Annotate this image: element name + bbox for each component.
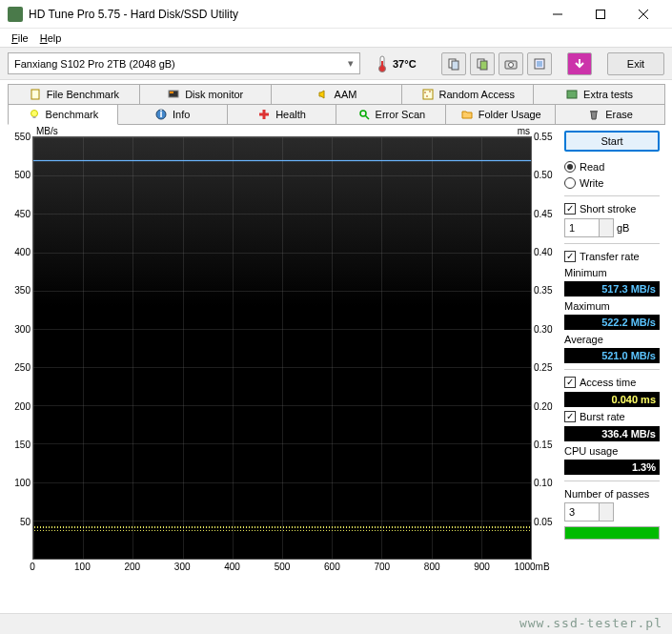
- svg-rect-1: [596, 10, 604, 18]
- tab-health[interactable]: Health: [227, 104, 337, 125]
- settings-button[interactable]: [527, 52, 552, 75]
- svg-point-25: [31, 111, 37, 117]
- burst-value: 336.4 MB/s: [564, 426, 660, 441]
- tab-error-scan[interactable]: Error Scan: [336, 104, 446, 125]
- tab-extra-tests[interactable]: Extra tests: [533, 84, 665, 105]
- read-radio[interactable]: Read: [564, 160, 660, 174]
- min-label: Minimum: [564, 266, 660, 278]
- thermometer-icon: [376, 55, 389, 72]
- folder-icon: [460, 108, 474, 121]
- svg-point-21: [424, 92, 426, 93]
- svg-rect-6: [381, 61, 383, 69]
- short-stroke-checkbox[interactable]: Short stroke: [564, 202, 660, 215]
- svg-point-31: [360, 111, 366, 116]
- checkbox-icon: [564, 377, 576, 388]
- max-value: 522.2 MB/s: [564, 315, 660, 330]
- svg-line-32: [365, 116, 369, 120]
- temperature-value: 37°C: [393, 58, 417, 70]
- menu-help[interactable]: Help: [36, 31, 66, 46]
- passes-label: Number of passes: [564, 487, 660, 500]
- tab-random-access[interactable]: Random Access: [401, 84, 534, 105]
- bulb-icon: [28, 108, 41, 121]
- checkbox-icon: [564, 203, 576, 215]
- transfer-rate-line: [33, 160, 531, 161]
- checkbox-icon: [564, 411, 576, 422]
- access-time-checkbox[interactable]: Access time: [564, 376, 660, 389]
- cpu-value: 1.3%: [564, 460, 660, 475]
- app-icon: [8, 7, 23, 22]
- svg-point-12: [509, 62, 514, 67]
- access-time-dots: [33, 525, 531, 531]
- plot-area: [32, 136, 532, 560]
- speaker-icon: [316, 88, 330, 101]
- checkbox-icon: [564, 251, 576, 262]
- svg-point-23: [426, 95, 428, 97]
- svg-rect-30: [259, 113, 269, 116]
- copy-info-button[interactable]: [441, 52, 466, 75]
- watermark: www.ssd-tester.pl: [519, 616, 662, 630]
- tab-erase[interactable]: Erase: [555, 104, 665, 125]
- monitor-icon: [167, 88, 180, 101]
- svg-rect-33: [590, 111, 598, 112]
- min-value: 517.3 MB/s: [564, 281, 660, 297]
- y-left-axis-title: MB/s: [36, 126, 58, 136]
- copy-screenshot-button[interactable]: [470, 52, 495, 75]
- transfer-rate-checkbox[interactable]: Transfer rate: [564, 250, 660, 263]
- random-icon: [421, 88, 435, 101]
- benchmark-chart: MB/s ms 50100150200250300350400450500550…: [8, 129, 560, 577]
- temperature-display: 37°C: [376, 55, 417, 72]
- y-right-axis-title: ms: [518, 126, 530, 136]
- write-radio[interactable]: Write: [564, 176, 660, 190]
- trash-icon: [587, 108, 601, 121]
- short-stroke-spinner[interactable]: 1▲▼: [564, 218, 614, 237]
- max-label: Maximum: [564, 299, 660, 312]
- tabs: File Benchmark Disk monitor AAM Random A…: [0, 80, 672, 125]
- tab-benchmark[interactable]: Benchmark: [8, 104, 118, 125]
- tab-file-benchmark[interactable]: File Benchmark: [8, 84, 140, 105]
- extra-icon: [565, 88, 579, 101]
- passes-spinner[interactable]: 3▲▼: [564, 502, 614, 522]
- info-icon: i: [154, 108, 168, 121]
- window-title: HD Tune Pro 5.75 - Hard Disk/SSD Utility: [29, 8, 536, 21]
- close-button[interactable]: [621, 1, 664, 28]
- tab-aam[interactable]: AAM: [271, 84, 403, 105]
- minimize-button[interactable]: [536, 1, 579, 28]
- health-icon: [257, 108, 271, 121]
- svg-point-22: [429, 91, 431, 92]
- avg-label: Average: [564, 333, 660, 345]
- maximize-button[interactable]: [579, 1, 621, 28]
- menu-file[interactable]: File: [8, 31, 32, 46]
- start-button[interactable]: Start: [564, 131, 660, 152]
- svg-rect-8: [452, 61, 458, 70]
- file-icon: [29, 88, 42, 101]
- radio-icon: [564, 161, 576, 173]
- radio-icon: [564, 177, 576, 189]
- tab-disk-monitor[interactable]: Disk monitor: [139, 84, 272, 105]
- save-button[interactable]: [567, 52, 592, 75]
- burst-rate-checkbox[interactable]: Burst rate: [564, 410, 660, 423]
- search-icon: [357, 108, 371, 121]
- exit-button[interactable]: Exit: [607, 52, 664, 75]
- titlebar: HD Tune Pro 5.75 - Hard Disk/SSD Utility: [0, 0, 672, 29]
- avg-value: 521.0 MB/s: [564, 348, 660, 363]
- svg-rect-10: [480, 61, 487, 70]
- svg-rect-20: [423, 90, 433, 99]
- passes-progress: [564, 526, 660, 540]
- drive-select-value: Fanxiang S102 Pro 2TB (2048 gB): [14, 58, 175, 70]
- cpu-label: CPU usage: [564, 444, 660, 457]
- svg-rect-24: [567, 91, 577, 98]
- svg-rect-26: [32, 116, 35, 118]
- tab-folder-usage[interactable]: Folder Usage: [445, 104, 556, 125]
- svg-rect-19: [170, 92, 173, 93]
- access-value: 0.040 ms: [564, 392, 660, 407]
- tab-info[interactable]: iInfo: [117, 104, 228, 125]
- svg-rect-17: [31, 90, 39, 99]
- drive-select[interactable]: Fanxiang S102 Pro 2TB (2048 gB): [8, 52, 360, 74]
- toolbar: Fanxiang S102 Pro 2TB (2048 gB) 37°C Exi…: [0, 48, 672, 80]
- menubar: File Help: [0, 29, 672, 48]
- svg-text:i: i: [160, 109, 163, 119]
- screenshot-button[interactable]: [499, 52, 523, 75]
- side-panel: Start Read Write Short stroke 1▲▼ gB Tra…: [564, 129, 660, 577]
